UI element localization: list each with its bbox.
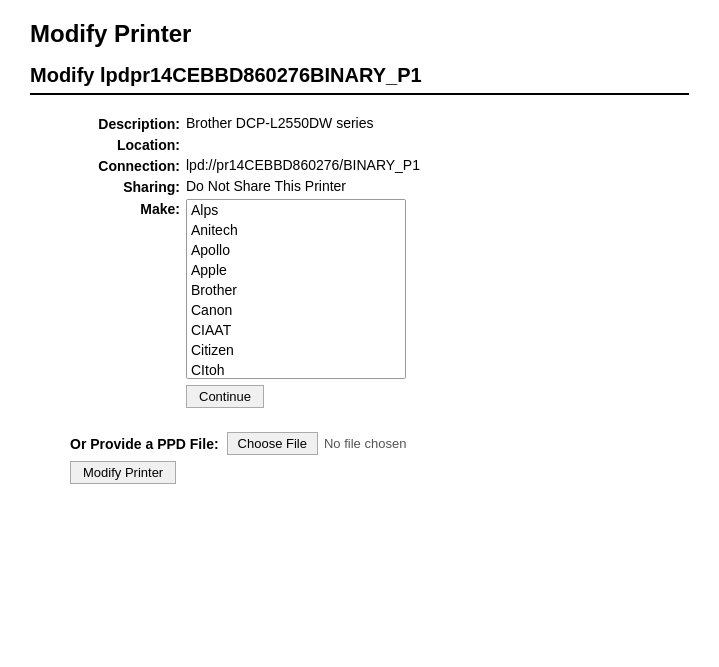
sharing-value: Do Not Share This Printer [186,178,346,194]
make-row: Make: AlpsAnitechApolloAppleBrotherCanon… [70,199,689,408]
location-row: Location: [70,136,689,153]
ppd-file-area: Choose File No file chosen [227,432,407,455]
modify-printer-btn-row: Modify Printer [70,461,176,484]
ppd-section: Or Provide a PPD File: Choose File No fi… [70,432,689,484]
make-label: Make: [70,199,180,217]
make-listbox[interactable]: AlpsAnitechApolloAppleBrotherCanonCIAATC… [186,199,406,379]
printer-heading: Modify lpdpr14CEBBD860276BINARY_P1 [30,64,689,95]
description-row: Description: Brother DCP-L2550DW series [70,115,689,132]
location-label: Location: [70,136,180,153]
description-label: Description: [70,115,180,132]
connection-label: Connection: [70,157,180,174]
ppd-label: Or Provide a PPD File: [70,436,219,452]
make-select-container: AlpsAnitechApolloAppleBrotherCanonCIAATC… [186,199,406,408]
sharing-row: Sharing: Do Not Share This Printer [70,178,689,195]
ppd-row: Or Provide a PPD File: Choose File No fi… [70,432,406,455]
continue-button[interactable]: Continue [186,385,264,408]
form-area: Description: Brother DCP-L2550DW series … [70,115,689,484]
page-title: Modify Printer [30,20,689,48]
choose-file-button[interactable]: Choose File [227,432,318,455]
connection-row: Connection: lpd://pr14CEBBD860276/BINARY… [70,157,689,174]
no-file-text: No file chosen [324,436,406,451]
sharing-label: Sharing: [70,178,180,195]
description-value: Brother DCP-L2550DW series [186,115,374,131]
modify-printer-button[interactable]: Modify Printer [70,461,176,484]
connection-value: lpd://pr14CEBBD860276/BINARY_P1 [186,157,420,173]
